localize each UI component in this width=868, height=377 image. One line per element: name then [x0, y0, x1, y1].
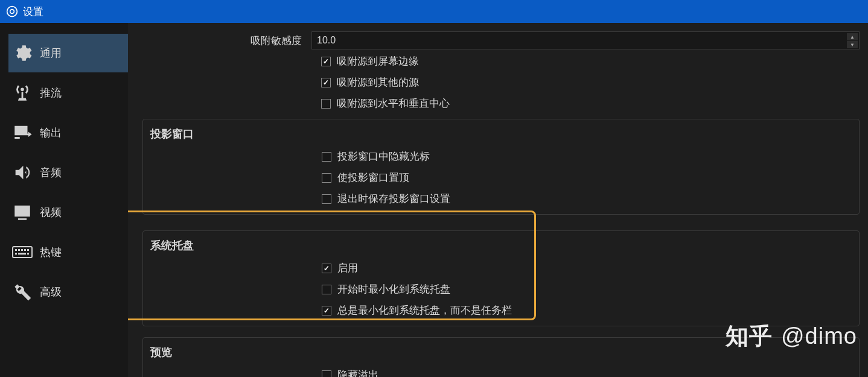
systray-group: 系统托盘 启用 开始时最小化到系统托盘 总是最小化到系统托盘，而不是任务栏 — [142, 230, 860, 326]
keyboard-icon — [12, 245, 40, 259]
checkbox-icon — [322, 370, 331, 378]
svg-rect-7 — [27, 249, 29, 251]
checkbox-icon — [322, 152, 331, 162]
zhihu-logo-text: 知乎 — [726, 321, 773, 352]
obs-logo-icon — [6, 5, 18, 17]
gear-icon — [12, 43, 40, 63]
sidebar-item-hotkeys[interactable]: 热键 — [8, 233, 128, 271]
settings-sidebar: 通用 推流 输出 音频 视频 热键 高级 — [0, 23, 128, 377]
sidebar-item-label: 高级 — [40, 285, 62, 299]
checkbox-icon — [321, 99, 331, 109]
systray-start-minimized-checkbox[interactable]: 开始时最小化到系统托盘 — [322, 282, 859, 296]
checkbox-icon — [322, 306, 331, 315]
systray-group-title: 系统托盘 — [143, 237, 859, 261]
checkbox-icon — [322, 173, 331, 183]
watermark: 知乎 @dimo — [726, 321, 857, 352]
preview-hide-overflow-checkbox[interactable]: 隐藏溢出 — [322, 368, 859, 377]
svg-rect-3 — [15, 249, 17, 251]
svg-rect-10 — [27, 253, 29, 255]
checkbox-icon — [322, 285, 331, 294]
sidebar-item-output[interactable]: 输出 — [8, 113, 128, 152]
svg-rect-8 — [15, 253, 17, 255]
monitor-icon — [12, 202, 40, 223]
svg-rect-6 — [24, 249, 26, 251]
svg-point-0 — [7, 7, 18, 17]
sidebar-item-label: 音频 — [40, 165, 62, 180]
svg-point-1 — [10, 10, 14, 14]
sidebar-item-audio[interactable]: 音频 — [8, 153, 128, 192]
svg-rect-4 — [18, 249, 20, 251]
snap-other-source-checkbox[interactable]: 吸附源到其他的源 — [321, 75, 860, 89]
sidebar-item-video[interactable]: 视频 — [8, 193, 128, 232]
systray-enable-checkbox[interactable]: 启用 — [322, 261, 859, 275]
sidebar-item-advanced[interactable]: 高级 — [8, 273, 128, 311]
sidebar-item-label: 通用 — [40, 46, 62, 60]
projector-save-exit-checkbox[interactable]: 退出时保存投影窗口设置 — [322, 192, 859, 206]
snap-sensitivity-input[interactable]: 10.0 ▲ ▼ — [311, 31, 860, 49]
speaker-icon — [12, 162, 40, 183]
sidebar-item-stream[interactable]: 推流 — [8, 74, 128, 112]
checkbox-icon — [322, 194, 331, 204]
spin-down-icon[interactable]: ▼ — [847, 41, 858, 48]
sidebar-item-label: 视频 — [40, 205, 62, 220]
projector-group-title: 投影窗口 — [143, 125, 859, 150]
snap-screen-edge-checkbox[interactable]: 吸附源到屏幕边缘 — [321, 54, 860, 68]
sidebar-item-general[interactable]: 通用 — [8, 34, 128, 72]
sidebar-item-label: 热键 — [40, 245, 62, 259]
antenna-icon — [12, 83, 40, 103]
monitor-arrow-icon — [12, 122, 40, 143]
title-bar: 设置 — [0, 0, 868, 23]
sidebar-item-label: 推流 — [40, 86, 62, 100]
window-title: 设置 — [23, 5, 43, 19]
svg-rect-9 — [18, 253, 26, 255]
checkbox-icon — [321, 57, 331, 66]
projector-hide-cursor-checkbox[interactable]: 投影窗口中隐藏光标 — [322, 150, 859, 163]
spin-up-icon[interactable]: ▲ — [847, 33, 858, 40]
snap-center-checkbox[interactable]: 吸附源到水平和垂直中心 — [321, 97, 860, 110]
checkbox-icon — [322, 264, 331, 273]
tools-icon — [12, 282, 40, 302]
watermark-user: @dimo — [781, 323, 857, 349]
snap-sensitivity-label: 吸附敏感度 — [142, 34, 311, 48]
svg-rect-5 — [21, 249, 23, 251]
svg-rect-2 — [13, 247, 32, 258]
sidebar-item-label: 输出 — [40, 125, 62, 140]
checkbox-icon — [321, 78, 331, 87]
projector-group: 投影窗口 投影窗口中隐藏光标 使投影窗口置顶 退出时保存投影窗口设置 — [142, 119, 860, 215]
projector-always-top-checkbox[interactable]: 使投影窗口置顶 — [322, 171, 859, 185]
systray-always-minimize-checkbox[interactable]: 总是最小化到系统托盘，而不是任务栏 — [322, 303, 859, 317]
